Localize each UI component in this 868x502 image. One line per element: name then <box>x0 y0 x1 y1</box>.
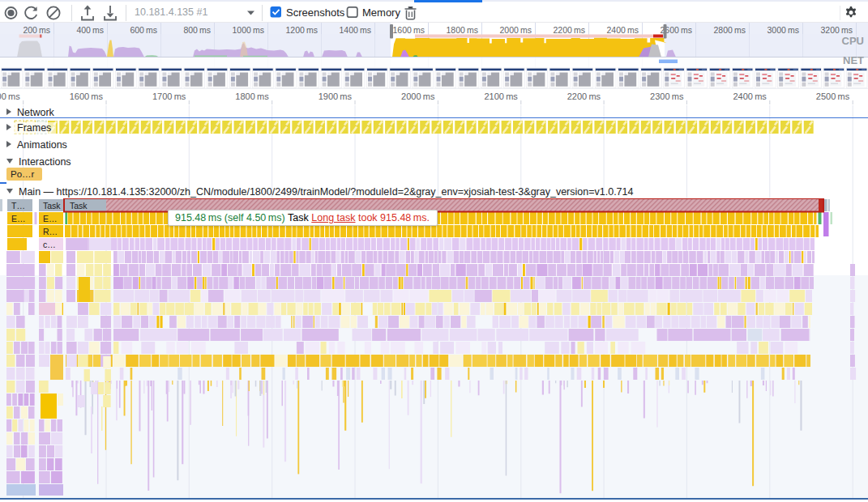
svg-text:200 ms: 200 ms <box>23 25 50 35</box>
svg-text:2500 ms: 2500 ms <box>816 91 850 101</box>
svg-text:T…: T… <box>11 201 25 211</box>
svg-text:1000 ms: 1000 ms <box>233 25 264 35</box>
svg-text:2000 ms: 2000 ms <box>401 91 435 101</box>
svg-text:1400 ms: 1400 ms <box>340 25 371 35</box>
svg-text:600 ms: 600 ms <box>130 25 157 35</box>
svg-text:1200 ms: 1200 ms <box>286 25 318 35</box>
svg-text:400 ms: 400 ms <box>76 25 104 35</box>
svg-text:2300 ms: 2300 ms <box>650 91 684 101</box>
svg-text:1800 ms: 1800 ms <box>447 25 478 35</box>
svg-text:E…: E… <box>43 214 58 223</box>
svg-text:1500 ms: 1500 ms <box>0 91 20 101</box>
svg-text:2800 ms: 2800 ms <box>714 25 746 35</box>
svg-text:1900 ms: 1900 ms <box>319 91 353 101</box>
svg-text:2100 ms: 2100 ms <box>484 91 518 101</box>
svg-text:2200 ms: 2200 ms <box>554 25 585 35</box>
svg-text:1700 ms: 1700 ms <box>152 91 186 101</box>
svg-text:R…: R… <box>43 227 58 236</box>
svg-text:2400 ms: 2400 ms <box>607 25 639 35</box>
svg-text:Task: Task <box>70 201 88 211</box>
svg-text:2000 ms: 2000 ms <box>500 25 532 35</box>
svg-text:3000 ms: 3000 ms <box>768 25 799 35</box>
svg-text:Task: Task <box>43 201 61 211</box>
svg-text:CPU: CPU <box>842 35 864 47</box>
svg-text:3200 ms: 3200 ms <box>821 25 853 35</box>
svg-text:1600 ms: 1600 ms <box>393 25 425 35</box>
svg-text:c…: c… <box>43 240 56 249</box>
svg-text:2400 ms: 2400 ms <box>733 91 767 101</box>
svg-text:E…: E… <box>11 214 26 223</box>
svg-text:2200 ms: 2200 ms <box>567 91 601 101</box>
svg-text:1800 ms: 1800 ms <box>235 91 269 101</box>
svg-text:NET: NET <box>843 54 864 66</box>
svg-text:800 ms: 800 ms <box>183 25 211 35</box>
svg-text:1600 ms: 1600 ms <box>70 91 104 101</box>
